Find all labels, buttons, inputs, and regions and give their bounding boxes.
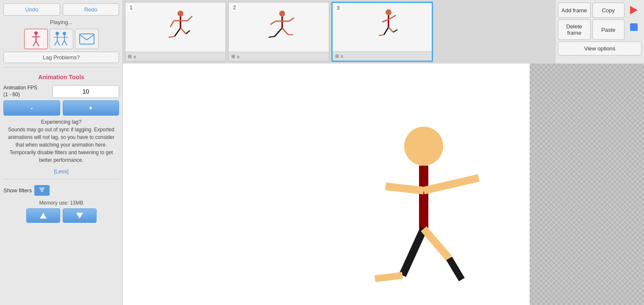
svg-line-52 <box>375 275 402 279</box>
playing-label: Playing... <box>3 19 119 25</box>
undo-button[interactable]: Undo <box>3 3 60 16</box>
copy-button[interactable]: Copy <box>592 3 625 18</box>
arrow-row <box>3 208 119 223</box>
svg-line-13 <box>62 41 64 45</box>
svg-line-29 <box>186 30 190 34</box>
svg-line-42 <box>382 19 389 22</box>
frame-2-icon1: ⊞ <box>231 54 235 59</box>
animation-tools-title: Animation Tools <box>3 74 119 80</box>
view-options-button[interactable]: View options <box>558 42 641 55</box>
right-controls: Add frame Copy Delete frame Paste View o… <box>555 0 644 64</box>
lag-info-text: Experiencing lag? Sounds may go out of s… <box>3 118 119 164</box>
tree-icon-btn[interactable] <box>50 29 73 49</box>
svg-point-39 <box>386 9 391 15</box>
drawing-canvas[interactable] <box>123 64 530 305</box>
svg-line-36 <box>282 28 288 35</box>
svg-line-51 <box>402 229 424 275</box>
right-panel-bg <box>530 64 644 305</box>
paste-button[interactable]: Paste <box>592 19 625 40</box>
delete-frame-button[interactable]: Delete frame <box>558 19 591 40</box>
svg-line-25 <box>170 21 174 27</box>
svg-rect-15 <box>80 34 94 44</box>
svg-point-5 <box>56 32 59 35</box>
svg-line-34 <box>270 21 275 25</box>
svg-line-50 <box>386 186 424 191</box>
show-filters-label: Show filters <box>3 187 32 194</box>
svg-line-35 <box>275 28 282 36</box>
svg-point-10 <box>63 32 66 35</box>
less-link[interactable]: [Less] <box>3 168 119 175</box>
svg-point-47 <box>404 127 443 166</box>
svg-line-53 <box>424 229 449 258</box>
lag-problems-button[interactable]: Lag Problems? <box>3 52 119 63</box>
divider-2 <box>3 179 119 179</box>
fps-minus-button[interactable]: - <box>3 100 60 116</box>
svg-line-43 <box>384 27 389 35</box>
frame-1[interactable]: 1 <box>125 2 226 62</box>
play-button[interactable] <box>626 3 641 18</box>
svg-point-21 <box>178 11 183 17</box>
svg-line-27 <box>180 28 186 34</box>
svg-point-0 <box>34 31 38 35</box>
delete-paste-row: Delete frame Paste <box>558 19 641 40</box>
svg-line-46 <box>393 30 397 32</box>
envelope-icon-btn[interactable] <box>75 29 99 49</box>
add-frame-button[interactable]: Add frame <box>558 3 591 18</box>
svg-line-41 <box>389 15 396 19</box>
frames-strip: 1 <box>123 0 555 64</box>
svg-line-9 <box>57 41 60 45</box>
svg-line-24 <box>187 16 192 21</box>
frame-3-icon2: ≡ <box>341 54 343 59</box>
fps-label: Animation FPS(1 - 60) <box>3 85 50 98</box>
svg-line-33 <box>289 18 294 21</box>
frame-3[interactable]: 3 <box>331 2 433 62</box>
svg-line-37 <box>269 36 275 37</box>
fps-plus-button[interactable]: + <box>63 100 119 116</box>
frame-3-footer: ⊞ ≡ <box>333 51 432 61</box>
svg-line-28 <box>169 36 175 37</box>
undo-redo-row: Undo Redo <box>3 3 119 16</box>
frame-2-icon2: ≡ <box>237 54 239 59</box>
frame-2-footer: ⊞ ≡ <box>229 52 329 61</box>
arrow-up-button[interactable] <box>26 208 60 223</box>
icon-row <box>3 29 119 49</box>
main-area: 1 <box>123 0 644 305</box>
frame-1-canvas <box>125 3 225 52</box>
main-canvas-svg <box>123 64 530 305</box>
svg-marker-20 <box>76 213 83 219</box>
memory-label: Memory use: 13MB <box>3 200 119 206</box>
stickman-icon-btn[interactable] <box>24 29 48 49</box>
svg-line-26 <box>175 28 180 36</box>
arrow-down-button[interactable] <box>63 208 97 223</box>
sidebar: Undo Redo Playing... <box>0 0 123 305</box>
add-copy-row: Add frame Copy <box>558 3 641 18</box>
svg-line-49 <box>424 178 479 191</box>
divider-1 <box>3 67 119 68</box>
fps-row: Animation FPS(1 - 60) 10 <box>3 85 119 98</box>
svg-line-44 <box>389 27 393 32</box>
top-row: 1 <box>123 0 644 64</box>
plus-minus-row: - + <box>3 100 119 116</box>
frame-3-canvas <box>333 3 432 51</box>
show-filters-button[interactable] <box>34 185 50 196</box>
play-icon <box>630 6 638 14</box>
svg-point-30 <box>279 11 285 17</box>
canvas-area <box>123 64 644 305</box>
svg-line-8 <box>55 41 57 45</box>
redo-button[interactable]: Redo <box>63 3 119 16</box>
frame-3-icon1: ⊞ <box>335 53 339 59</box>
frame-2-canvas <box>229 3 329 52</box>
svg-marker-19 <box>40 213 47 219</box>
frame-2[interactable]: 2 <box>228 2 330 62</box>
svg-line-45 <box>379 35 384 36</box>
show-filters-row: Show filters <box>3 185 119 196</box>
frame-1-icon1: ⊞ <box>128 54 132 59</box>
svg-line-4 <box>36 41 39 46</box>
svg-line-54 <box>449 258 462 280</box>
frame-1-icon2: ≡ <box>133 54 136 59</box>
blue-square-icon <box>630 23 638 31</box>
frame-1-footer: ⊞ ≡ <box>125 52 225 61</box>
svg-line-14 <box>64 41 67 45</box>
svg-line-3 <box>33 41 36 46</box>
blue-square-container <box>626 19 641 35</box>
